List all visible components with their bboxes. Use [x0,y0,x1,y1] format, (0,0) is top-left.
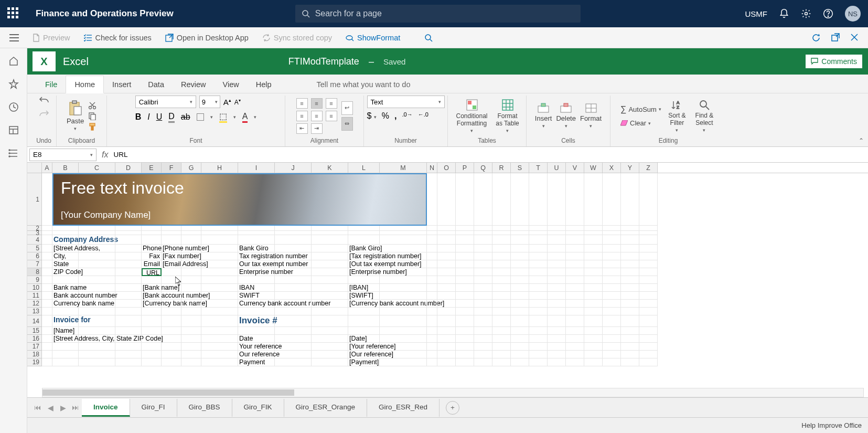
cell-I5[interactable]: Bank Giro [238,245,275,252]
popout-icon[interactable] [831,33,840,41]
col-header-T[interactable]: T [529,163,548,173]
cell-Y10[interactable] [621,284,639,292]
cell-P19[interactable] [456,358,474,366]
cell-W19[interactable] [584,358,603,366]
cell-O6[interactable] [437,252,456,260]
cell-Z14[interactable] [639,315,658,327]
increase-indent-icon[interactable]: ⇥ [311,123,323,134]
col-header-Y[interactable]: Y [621,163,639,173]
cell-A13[interactable] [42,308,52,315]
cell[interactable] [639,173,658,226]
cell-F16[interactable] [162,335,181,343]
grow-font-icon[interactable]: A▴ [223,98,231,107]
cell-M6[interactable] [380,252,427,260]
cell-B9[interactable] [52,276,79,284]
cell-A12[interactable] [42,300,52,308]
cell-P8[interactable] [456,268,474,276]
cell-Q11[interactable] [474,292,492,300]
cell-W16[interactable] [584,335,603,343]
cell-P10[interactable] [456,284,474,292]
cell-L17[interactable]: [Your reference] [348,343,380,351]
cell-E12[interactable]: [Currency bank name] [142,300,162,308]
sheet-nav-first-icon[interactable]: ⏮ [31,404,44,411]
add-sheet-button[interactable]: + [446,401,459,415]
tab-view[interactable]: View [215,76,248,93]
cell-D2[interactable] [115,226,142,231]
cell-L9[interactable] [348,276,380,284]
col-header-U[interactable]: U [548,163,566,173]
cell-M3[interactable] [380,231,427,235]
cell-S17[interactable] [511,343,529,351]
cell-V19[interactable] [566,358,584,366]
cell-U13[interactable] [548,308,566,315]
cell-Q4[interactable] [474,235,492,245]
check-issues-button[interactable]: Check for issues [84,34,152,42]
align-center-icon[interactable]: ≡ [311,111,323,121]
cell-H17[interactable] [201,343,238,351]
col-header-Q[interactable]: Q [474,163,492,173]
cell-W12[interactable] [584,300,603,308]
cell-Q16[interactable] [474,335,492,343]
col-header-L[interactable]: L [348,163,380,173]
cell-A15[interactable] [42,327,52,335]
cell-L10[interactable]: [IBAN] [348,284,380,292]
cell-G5[interactable] [181,245,201,252]
cell-A17[interactable] [42,343,52,351]
close-icon[interactable] [850,33,859,41]
cell-W18[interactable] [584,351,603,358]
cell-D10[interactable] [115,284,142,292]
cell-V8[interactable] [566,268,584,276]
italic-button[interactable]: I [147,112,149,122]
cell-R3[interactable] [492,231,511,235]
cell-R7[interactable] [492,260,511,268]
col-header-Z[interactable]: Z [639,163,658,173]
sheet-nav-prev-icon[interactable]: ◀ [44,404,57,412]
cell-K5[interactable] [312,245,348,252]
cell-P4[interactable] [456,235,474,245]
cell-U9[interactable] [548,276,566,284]
cell-T18[interactable] [529,351,548,358]
cell-V4[interactable] [566,235,584,245]
cell-N15[interactable] [427,327,437,335]
col-header-N[interactable]: N [427,163,437,173]
cell-J6[interactable] [275,252,312,260]
cell-T9[interactable] [529,276,548,284]
cell-J15[interactable] [275,327,312,335]
cell[interactable] [603,173,621,226]
cell-B13[interactable] [52,308,79,315]
cell-R16[interactable] [492,335,511,343]
cell-K12[interactable] [312,300,348,308]
cell-Z4[interactable] [639,235,658,245]
cell-X15[interactable] [603,327,621,335]
cell-P9[interactable] [456,276,474,284]
cell-J11[interactable] [275,292,312,300]
cell-P6[interactable] [456,252,474,260]
cell-C5[interactable] [79,245,115,252]
cell-N2[interactable] [427,226,437,231]
horizontal-scrollbar[interactable] [42,388,864,397]
cell-O13[interactable] [437,308,456,315]
cell-I11[interactable]: SWIFT [238,292,275,300]
col-header-C[interactable]: C [79,163,115,173]
cell-I9[interactable] [238,276,275,284]
cell-M8[interactable] [380,268,427,276]
help-improve-link[interactable]: Help Improve Office [801,421,862,429]
cell-R10[interactable] [492,284,511,292]
cell-Y8[interactable] [621,268,639,276]
format-painter-icon[interactable] [88,122,97,131]
cell-H14[interactable] [201,315,238,327]
cell-E2[interactable] [142,226,162,231]
find-select-button[interactable]: Find & Select▾ [693,99,716,133]
cell-I17[interactable]: Your reference [238,343,275,351]
cell-L15[interactable] [348,327,380,335]
tell-me-input[interactable]: Tell me what you want to do [317,76,411,93]
bell-icon[interactable] [779,8,789,19]
cell-K11[interactable] [312,292,348,300]
sheet-tab-giro_bbs[interactable]: Giro_BBS [177,399,232,417]
cell-O18[interactable] [437,351,456,358]
cell-J10[interactable] [275,284,312,292]
cell-G15[interactable] [181,327,201,335]
cell-E6[interactable]: Fax [142,252,162,260]
cell-Q2[interactable] [474,226,492,231]
cell-E16[interactable] [142,335,162,343]
